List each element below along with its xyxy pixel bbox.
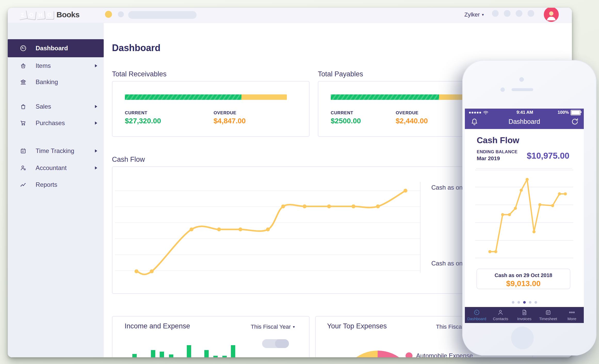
person-icon [497, 309, 504, 316]
sidebar-item-label: Items [36, 62, 51, 69]
cash-flow-chart [115, 174, 421, 288]
notification-dot-button[interactable] [105, 11, 112, 18]
cart-icon [20, 119, 27, 127]
chevron-right-icon [95, 122, 97, 125]
tab-dashboard[interactable]: Dashboard [465, 307, 489, 323]
top-expenses-title: Your Top Expenses [327, 322, 387, 330]
ending-balance-label: ENDING BALANCE [477, 149, 517, 155]
refresh-icon[interactable] [571, 117, 579, 126]
divider [476, 168, 572, 169]
overdue-value: $4,847.00 [214, 117, 246, 125]
logo-tile-o2: O [45, 11, 54, 19]
cash-as-on-label-bottom: Cash as on [431, 260, 463, 267]
basket-icon [20, 62, 27, 69]
sidebar-item-banking[interactable]: Banking [8, 75, 104, 89]
gauge-icon [20, 45, 27, 52]
toolbar-dot-button[interactable] [118, 11, 124, 17]
trend-icon [20, 181, 27, 188]
overdue-label: OVERDUE [396, 110, 418, 116]
sidebar-item-accountant[interactable]: Accountant [8, 161, 104, 175]
gauge-icon [473, 309, 480, 316]
page-title: Dashboard [112, 43, 160, 53]
topbar-icon-button-4[interactable] [528, 10, 534, 17]
more-icon [569, 309, 575, 316]
payables-section-title: Total Payables [318, 70, 363, 78]
tab-invoices[interactable]: Invoices [512, 307, 536, 323]
search-input[interactable] [128, 11, 197, 19]
pager-dot[interactable] [529, 301, 531, 304]
ending-balance-value: $10,975.00 [527, 151, 569, 161]
current-value: $2500.00 [331, 117, 361, 125]
top-expenses-pie-chart [340, 351, 415, 357]
cash-as-on-label-top: Cash as on [431, 184, 463, 191]
phone-cash-flow-chart [475, 169, 573, 273]
top-bar: Z O H O Books Zylker ▾ [8, 8, 572, 23]
cashflow-section-title: Cash Flow [112, 156, 145, 164]
total-receivables-card: CURRENT $27,320.00 OVERDUE $4,847.00 [112, 81, 310, 137]
topbar-icon-button-1[interactable] [492, 10, 499, 17]
receivables-progress-current [125, 94, 241, 100]
phone-nav-bar: Dashboard [465, 115, 584, 129]
bar [187, 345, 191, 357]
income-expense-bar-chart [112, 317, 309, 357]
carousel-pager[interactable] [465, 301, 584, 304]
org-dropdown[interactable]: Zylker ▾ [464, 11, 484, 18]
pie-legend-item: Automobile Expense [406, 352, 473, 357]
bar [151, 350, 155, 357]
income-expense-card: Income and Expense This Fiscal Year ▾ [112, 316, 310, 357]
sidebar-item-sales[interactable]: Sales [8, 99, 104, 114]
zoho-books-logo: Z O H O Books [18, 10, 79, 19]
avatar[interactable] [544, 8, 559, 22]
logo-text: Books [56, 10, 79, 19]
pager-dot[interactable] [517, 301, 520, 304]
bar [213, 356, 218, 357]
chevron-right-icon [95, 149, 97, 152]
sidebar-item-time-tracking[interactable]: Time Tracking [8, 144, 104, 158]
tab-label: Timesheet [539, 317, 557, 321]
sidebar-item-label: Reports [36, 181, 57, 188]
topbar-icon-button-3[interactable] [516, 10, 522, 17]
wifi-icon [483, 110, 489, 115]
sidebar-item-purchases[interactable]: Purchases [8, 116, 104, 130]
phone-cashflow-title: Cash Flow [477, 135, 519, 145]
tab-label: Contacts [493, 317, 508, 321]
tab-contacts[interactable]: Contacts [489, 307, 512, 323]
tab-more[interactable]: More [560, 307, 584, 323]
chevron-down-icon: ▾ [482, 12, 484, 17]
sidebar-item-reports[interactable]: Reports [8, 177, 104, 192]
pager-dot[interactable] [535, 301, 537, 304]
bar [132, 354, 137, 357]
bar [204, 350, 209, 357]
logo-tile-h: H [36, 10, 45, 19]
bar [231, 345, 235, 357]
document-icon [521, 309, 528, 316]
divider [420, 182, 420, 273]
tab-label: Dashboard [467, 317, 486, 321]
pager-dot[interactable] [512, 301, 514, 304]
current-label: CURRENT [331, 110, 353, 116]
sensor-dot [519, 77, 524, 82]
bar [222, 356, 227, 357]
front-camera-icon [500, 87, 505, 92]
home-button[interactable] [511, 327, 534, 349]
bag-icon [20, 103, 27, 110]
sidebar-item-items[interactable]: Items [8, 59, 104, 73]
pager-dot[interactable] [523, 301, 526, 304]
legend-color-dot [406, 352, 412, 358]
chevron-right-icon [95, 64, 97, 67]
battery-percent: 100% [558, 110, 569, 115]
overdue-label: OVERDUE [214, 110, 236, 116]
tab-label: Invoices [517, 317, 531, 321]
calendar-icon [545, 309, 552, 316]
sidebar-item-dashboard[interactable]: Dashboard [8, 39, 104, 57]
logo-tile-o1: O [27, 10, 36, 20]
tab-timesheet[interactable]: Timesheet [536, 307, 560, 323]
battery-icon [571, 110, 581, 115]
topbar-icon-button-2[interactable] [504, 10, 511, 17]
phone-screen: 9:41 AM 100% Dashboard Cash Flow ENDING … [465, 109, 584, 323]
sidebar: Dashboard Items Banking Sales Purchases … [8, 23, 104, 357]
signal-dots-icon [469, 112, 481, 114]
receivables-section-title: Total Receivables [112, 70, 167, 78]
calendar-icon [20, 147, 27, 155]
phone-page-title: Dashboard [465, 118, 584, 125]
